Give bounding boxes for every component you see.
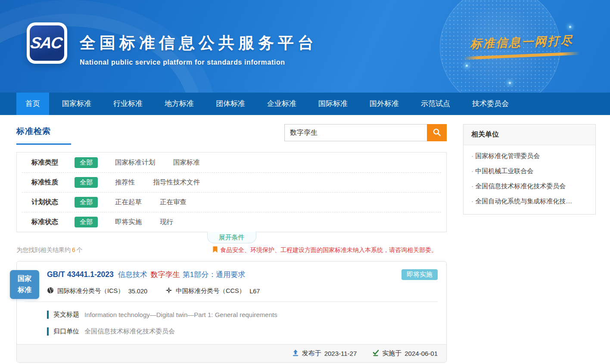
filter-box: 标准类型 全部 国家标准计划 国家标准 标准性质 全部 推荐性 指导性技术文件 …	[16, 152, 447, 232]
nav-tab-home[interactable]: 首页	[16, 93, 49, 115]
main-column: 标准检索 标准类型 全部 国家标准计	[16, 124, 447, 363]
nav-tab-foreign-standards[interactable]: 国外标准	[361, 93, 408, 115]
nav-tab-international-standards[interactable]: 国际标准	[309, 93, 357, 115]
search-input[interactable]	[284, 124, 427, 141]
standard-title-part2[interactable]: 第1部分：通用要求	[183, 270, 245, 280]
committee-row: 归口单位 全国信息技术标准化技术委员会	[47, 327, 438, 336]
result-meta-row: 国际标准分类号（ICS） 35.020 中国标准分类号（CCS） L67	[47, 287, 438, 295]
published-date: 2023-11-27	[324, 350, 357, 357]
filter-all-button[interactable]: 全部	[75, 217, 98, 227]
filter-option[interactable]: 正在起草	[115, 198, 142, 207]
sparkle-icon	[569, 26, 571, 28]
card-divider	[25, 302, 438, 302]
filter-row-standard-type: 标准类型 全部 国家标准计划 国家标准	[22, 152, 441, 172]
nav-tab-technical-committees[interactable]: 技术委员会	[463, 93, 518, 115]
filter-option[interactable]: 正在审查	[160, 198, 187, 207]
badge-line1: 国家	[10, 273, 39, 284]
site-brand: 全国标准信息公共服务平台 National public service pla…	[80, 32, 317, 66]
related-unit-link[interactable]: 全国自动化系统与集成标准化技…	[464, 190, 595, 214]
committee-label: 归口单位	[53, 327, 79, 336]
standard-code-link[interactable]: GB/T 43441.1-2023	[47, 270, 114, 279]
nav-tab-enterprise-standards[interactable]: 企业标准	[258, 93, 305, 115]
filter-option[interactable]: 指导性技术文件	[153, 178, 200, 187]
main-nav: 首页 国家标准 行业标准 地方标准 团体标准 企业标准 国际标准 国外标准 示范…	[0, 93, 610, 115]
globe-icon	[47, 287, 57, 295]
published-label: 发布于	[302, 349, 321, 358]
filter-label: 标准类型	[31, 158, 75, 167]
results-count-prefix: 为您找到相关结果约	[16, 246, 71, 253]
committee-value: 全国信息技术标准化技术委员会	[84, 327, 175, 336]
ccs-value: L67	[249, 288, 260, 295]
related-units-panel: 相关单位 国家标准化管理委员会 中国机械工业联合会 全国信息技术标准化技术委员会…	[463, 124, 596, 215]
filter-row-plan-status: 计划状态 全部 正在起草 正在审查	[22, 192, 441, 212]
standard-title-part1[interactable]: 信息技术	[118, 270, 147, 280]
ics-value: 35.020	[128, 288, 147, 295]
filter-label: 标准性质	[31, 178, 75, 187]
ccs-label: 中国标准分类号（CCS）	[176, 287, 245, 295]
ics-label: 国际标准分类号（ICS）	[57, 287, 124, 295]
nav-tab-local-standards[interactable]: 地方标准	[156, 93, 203, 115]
nav-tab-national-standards[interactable]: 国家标准	[53, 93, 100, 115]
row-marker-bar	[47, 327, 49, 336]
search-row: 标准检索	[16, 124, 447, 145]
search-group	[284, 124, 447, 141]
content-area: 标准检索 标准类型 全部 国家标准计	[0, 115, 610, 363]
expand-conditions-button[interactable]: 展开条件	[207, 232, 256, 243]
filter-all-button[interactable]: 全部	[75, 177, 98, 188]
results-count: 为您找到相关结果约6个	[16, 246, 83, 254]
result-card-footer: 发布于 2023-11-27 实施于 2024-06-01	[17, 344, 446, 362]
page-title: 标准检索	[16, 126, 71, 137]
sac-logo-text: SAC	[29, 34, 65, 52]
implemented-date: 2024-06-01	[405, 350, 438, 357]
filter-all-button[interactable]: 全部	[75, 157, 98, 168]
english-title-label: 英文标题	[53, 311, 79, 319]
section-title-underline	[16, 143, 71, 145]
sac-logo[interactable]: SAC	[27, 22, 67, 64]
related-unit-link[interactable]: 全国信息技术标准化技术委员会	[464, 175, 595, 190]
bookmark-icon	[213, 246, 220, 254]
ccs-meta: 中国标准分类号（CCS） L67	[165, 287, 260, 295]
site-banner: SAC 全国标准信息公共服务平台 National public service…	[0, 0, 610, 93]
related-units-title: 相关单位	[464, 124, 595, 145]
published-date-item: 发布于 2023-11-27	[292, 349, 357, 358]
filter-label: 标准状态	[31, 218, 75, 227]
filter-option[interactable]: 现行	[160, 218, 173, 227]
system-notice: 食品安全、环境保护、工程建设方面的国家标准未纳入本系统，请咨询相关部委。	[213, 246, 437, 254]
badge-line2: 标准	[10, 284, 39, 296]
national-standard-badge: 国家 标准	[10, 270, 39, 299]
filter-row-standard-status: 标准状态 全部 即将实施 现行	[22, 212, 441, 232]
filter-option[interactable]: 国家标准计划	[115, 158, 155, 167]
related-unit-link[interactable]: 国家标准化管理委员会	[464, 145, 595, 160]
site-subtitle: National public service platform for sta…	[80, 59, 317, 66]
check-icon	[372, 349, 379, 358]
slogan-text: 标准信息一网打尽	[470, 33, 573, 52]
sparkle-icon	[466, 65, 468, 67]
result-title[interactable]: GB/T 43441.1-2023 信息技术 数字孪生 第1部分：通用要求	[47, 270, 438, 280]
notice-text: 食品安全、环境保护、工程建设方面的国家标准未纳入本系统，请咨询相关部委。	[220, 246, 437, 254]
implemented-label: 实施于	[382, 349, 401, 358]
filter-row-standard-nature: 标准性质 全部 推荐性 指导性技术文件	[22, 172, 441, 192]
filter-option[interactable]: 国家标准	[173, 158, 200, 167]
search-button[interactable]	[427, 124, 447, 141]
related-unit-link[interactable]: 中国机械工业联合会	[464, 160, 595, 175]
slogan-wrap: 标准信息一网打尽	[457, 34, 586, 57]
filter-option[interactable]: 即将实施	[115, 218, 142, 227]
row-marker-bar	[47, 311, 49, 319]
status-badge: 即将实施	[401, 269, 438, 280]
filter-all-button[interactable]: 全部	[75, 197, 98, 208]
implemented-date-item: 实施于 2024-06-01	[372, 349, 438, 358]
ics-meta: 国际标准分类号（ICS） 35.020	[47, 287, 147, 295]
english-title-row: 英文标题 Information technology—Digital twin…	[47, 311, 438, 319]
english-title-value: Information technology—Digital twin—Part…	[84, 311, 277, 318]
nav-tab-industry-standards[interactable]: 行业标准	[104, 93, 152, 115]
search-icon	[433, 128, 441, 138]
upload-icon	[292, 349, 299, 358]
site-title: 全国标准信息公共服务平台	[80, 32, 317, 54]
result-card: 国家 标准 即将实施 GB/T 43441.1-2023 信息技术 数字孪生 第…	[16, 261, 447, 363]
nav-tab-pilot-programs[interactable]: 示范试点	[412, 93, 459, 115]
results-info: 为您找到相关结果约6个 食品安全、环境保护、工程建设方面的国家标准未纳入本系统，…	[16, 246, 447, 254]
nav-tab-group-standards[interactable]: 团体标准	[207, 93, 254, 115]
filter-option[interactable]: 推荐性	[115, 178, 135, 187]
standard-title-highlight[interactable]: 数字孪生	[151, 270, 180, 280]
filter-label: 计划状态	[31, 198, 75, 207]
